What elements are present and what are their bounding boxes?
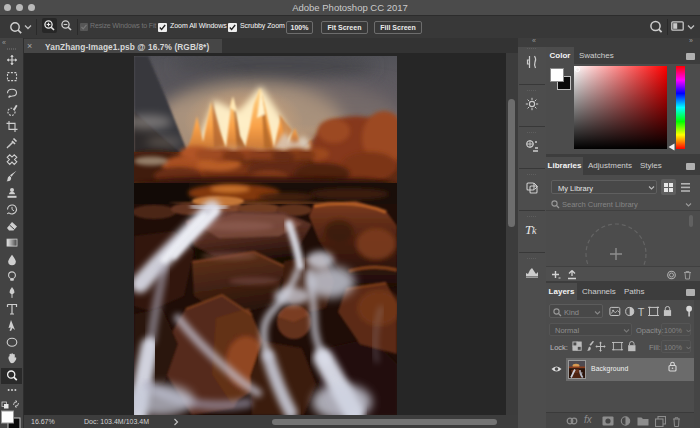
- svg-text:k: k: [532, 225, 537, 236]
- svg-text:T: T: [638, 306, 645, 318]
